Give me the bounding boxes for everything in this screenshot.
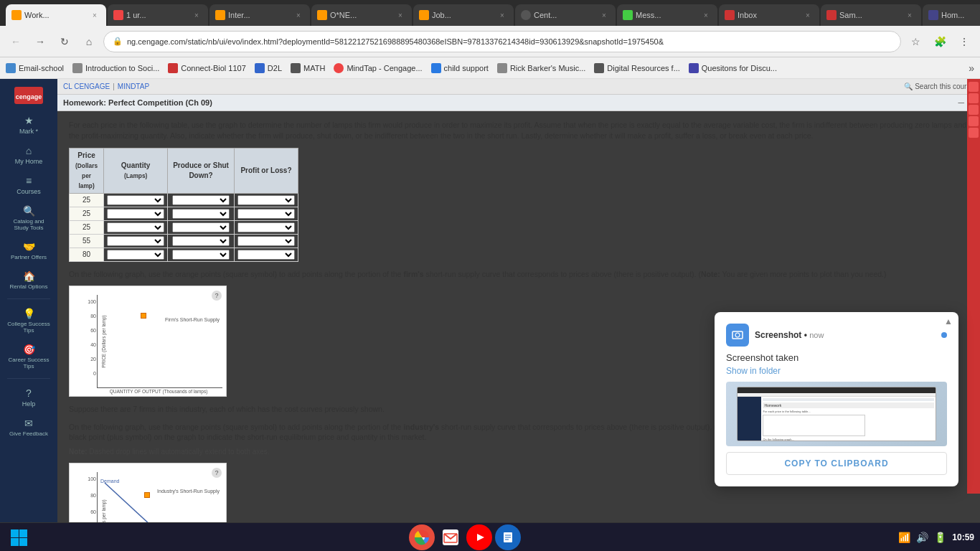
quantity-select[interactable] [107,236,164,246]
tab-sam[interactable]: Sam... × [821,4,921,26]
tab-hom[interactable]: Hom... × [923,4,980,26]
sidebar-item-label: Career Success Tips [6,357,52,369]
tab-one[interactable]: O*NE... × [311,4,412,26]
quantity-select[interactable] [107,209,164,219]
taskbar-app-docs[interactable] [495,524,521,550]
forward-btn[interactable]: → [30,32,50,52]
sidebar-item-mark[interactable]: ★ Mark * [3,110,55,139]
tab-mess[interactable]: Mess... × [617,4,717,26]
back-btn[interactable]: ← [6,32,26,52]
produce-select[interactable] [172,222,230,232]
tab-close-btn[interactable]: × [802,9,814,21]
right-sidebar [967,79,980,494]
tab-close-btn[interactable]: × [293,9,304,21]
tab-close-btn[interactable]: × [191,9,202,21]
home-btn[interactable]: ⌂ [79,32,99,52]
start-button[interactable] [6,524,32,550]
tab-close-btn[interactable]: × [700,9,712,21]
quantity-select[interactable] [107,195,164,205]
right-tab-2[interactable] [969,93,979,103]
sidebar-item-college[interactable]: 💡 College Success Tips [3,303,55,338]
produce-select[interactable] [172,209,230,219]
profit-select[interactable] [237,236,295,246]
quantity-select[interactable] [107,250,164,260]
reload-btn[interactable]: ↻ [55,32,75,52]
search-this-course[interactable]: 🔍 Search this course [904,83,974,90]
notif-show-folder-link[interactable]: Show in folder [726,366,947,376]
taskbar-app-youtube[interactable] [466,524,492,550]
profit-select[interactable] [237,250,295,260]
breadcrumb-cengage[interactable]: CL CENGAGE [63,83,110,90]
bookmark-favicon [255,63,265,73]
sidebar-item-label: Courses [17,188,41,195]
sidebar-item-catalog[interactable]: 🔍 Catalog and Study Tools [3,201,55,235]
bookmark-favicon [6,63,16,73]
copy-to-clipboard-button[interactable]: COPY TO CLIPBOARD [726,452,947,475]
sidebar-item-partner[interactable]: 🤝 Partner Offers [3,237,55,265]
sidebar-item-label: Give Feedback [9,430,48,437]
bookmark-child-support[interactable]: child support [431,63,489,73]
tab-favicon [11,10,22,20]
right-tab-3[interactable] [969,105,979,115]
bookmark-label: Connect-Biol 1107 [181,64,246,72]
bookmark-email-school[interactable]: Email-school [6,63,64,73]
taskbar-network-icon: 📶 [898,532,910,543]
taskbar-app-gmail[interactable] [438,524,463,550]
right-tab-4[interactable] [969,116,979,126]
right-tab-5[interactable] [969,128,979,138]
tab-close-btn[interactable]: × [395,9,406,21]
taskbar-volume-icon: 🔊 [916,532,928,543]
extensions-btn[interactable]: 🧩 [930,32,950,52]
bookmark-btn[interactable]: ☆ [905,32,925,52]
tab-work[interactable]: Work... × [6,4,106,26]
sidebar-item-home[interactable]: ⌂ My Home [3,141,55,169]
bookmark-digital-resources[interactable]: Digital Resources f... [594,63,679,73]
sidebar-item-courses[interactable]: ≡ Courses [3,171,55,199]
tab-inbox[interactable]: Inbox × [719,4,819,26]
sidebar-item-rental[interactable]: 🏠 Rental Options [3,266,55,294]
tab-inter[interactable]: Inter... × [209,4,310,26]
produce-select[interactable] [172,236,230,246]
profit-select[interactable] [237,195,295,205]
tab-job[interactable]: Job... × [413,4,514,26]
produce-select[interactable] [172,250,230,260]
bookmark-math[interactable]: MATH [291,63,325,73]
bookmark-intro-soci[interactable]: Introduction to Soci... [72,63,159,73]
profit-select[interactable] [237,209,295,219]
tab-close-btn[interactable]: × [598,9,610,21]
tab-favicon [725,10,735,20]
courses-icon: ≡ [26,175,32,187]
quantity-select[interactable] [107,222,164,232]
tab-favicon [623,10,633,20]
bookmark-questions-discu[interactable]: Quesitons for Discu... [689,63,777,73]
tab-close-btn[interactable]: × [904,9,915,21]
hw-dash-btn[interactable]: ─ [958,98,964,108]
tab-close-btn[interactable]: × [89,9,100,21]
produce-select[interactable] [172,195,230,205]
tab-close-btn[interactable]: × [496,9,508,21]
svg-rect-11 [19,538,27,546]
bookmarks-more-btn[interactable]: » [969,62,974,74]
address-bar[interactable]: 🔒 ng.cengage.com/static/nb/ui/evo/index.… [103,31,901,52]
bookmark-connect-biol[interactable]: Connect-Biol 1107 [168,63,246,73]
profit-select[interactable] [237,222,295,232]
sidebar-item-feedback[interactable]: ✉ Give Feedback [3,413,55,441]
tab-label: Job... [432,11,494,19]
menu-btn[interactable]: ⋮ [954,32,974,52]
sidebar-item-career[interactable]: 🎯 Career Success Tips [3,339,55,374]
tab-1ur[interactable]: 1 ur... × [108,4,208,26]
bookmark-mindtap[interactable]: MindTap - Cengage... [334,63,422,73]
sidebar-item-help[interactable]: ? Help [3,383,55,412]
right-tab-1[interactable] [969,82,979,92]
bookmark-d2l[interactable]: D2L [255,63,282,73]
profit-cell [234,248,298,262]
firm-chart-title: Firm's Short-Run Supply [165,316,220,324]
bookmark-rick-barker[interactable]: Rick Barker's Music... [497,63,585,73]
taskbar-app-chrome[interactable] [409,524,435,550]
tab-cent[interactable]: Cent... × [515,4,616,26]
breadcrumb-mindtap[interactable]: MINDTAP [118,83,149,90]
col-price: Price(Dollars per lamp) [70,149,104,194]
feedback-icon: ✉ [24,418,33,429]
notif-time: now [809,331,824,339]
notif-expand-btn[interactable]: ▲ [944,316,953,326]
